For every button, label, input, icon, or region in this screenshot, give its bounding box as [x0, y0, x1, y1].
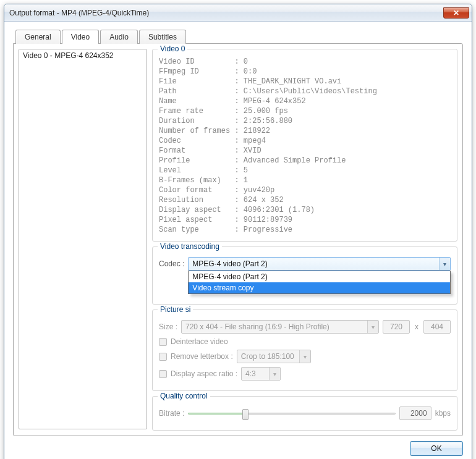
- height-field: 404: [423, 320, 451, 334]
- window-title: Output format - MP4 (MPEG-4/QuickTime): [9, 9, 443, 17]
- option-label: Video stream copy: [192, 284, 253, 292]
- codec-selected: MPEG-4 video (Part 2): [189, 259, 439, 268]
- crop-dropdown: Crop to 185:100: [237, 350, 311, 363]
- group-picture-size: Picture si Size : 720 x 404 - File shari…: [152, 310, 457, 391]
- size-preset-text: 720 x 404 - File sharing (16:9 - High Pr…: [182, 322, 367, 331]
- close-button[interactable]: ✕: [443, 7, 469, 19]
- right-column: Video 0 Video ID : 0 FFmpeg ID : 0:0 Fil…: [152, 49, 457, 429]
- tab-label: Video: [71, 33, 90, 41]
- group-title: Video transcoding: [158, 242, 222, 251]
- codec-dropdown[interactable]: MPEG-4 video (Part 2) MPEG-4 video (Part…: [188, 257, 451, 271]
- tab-label: Subtitles: [148, 33, 177, 41]
- tab-video[interactable]: Video: [62, 30, 99, 44]
- tab-strip: General Video Audio Subtitles: [13, 29, 463, 43]
- tab-subtitles[interactable]: Subtitles: [139, 30, 186, 44]
- chevron-down-icon: [439, 258, 450, 270]
- tab-panel-video: Video 0 - MPEG-4 624x352 Video 0 Video I…: [13, 43, 463, 436]
- bitrate-field: 2000: [399, 406, 431, 420]
- group-title: Video 0: [158, 44, 187, 53]
- codec-option[interactable]: Video stream copy: [189, 282, 450, 293]
- codec-label: Codec :: [159, 259, 184, 268]
- titlebar[interactable]: Output format - MP4 (MPEG-4/QuickTime) ✕: [4, 4, 472, 22]
- crop-text: Crop to 185:100: [237, 352, 299, 361]
- codec-dropdown-list: MPEG-4 video (Part 2) Video stream copy: [188, 271, 451, 294]
- size-label: Size :: [159, 322, 177, 331]
- tab-label: Audio: [109, 33, 129, 41]
- width-field: 720: [383, 320, 410, 334]
- letterbox-checkbox: [159, 353, 167, 361]
- client-area: General Video Audio Subtitles Video 0 - …: [4, 22, 472, 459]
- button-label: OK: [431, 444, 441, 453]
- video-stream-list[interactable]: Video 0 - MPEG-4 624x352: [19, 49, 147, 429]
- aspect-dropdown: 4:3: [241, 367, 281, 381]
- close-icon: ✕: [453, 9, 459, 17]
- video-properties: Video ID : 0 FFmpeg ID : 0:0 File : THE_…: [159, 57, 451, 235]
- group-title: Quality control: [158, 392, 210, 400]
- option-label: MPEG-4 video (Part 2): [192, 272, 267, 281]
- slider-thumb: [242, 409, 249, 420]
- size-separator: x: [414, 322, 420, 331]
- aspect-checkbox: [159, 370, 167, 378]
- ok-button[interactable]: OK: [410, 441, 463, 456]
- group-title: Picture si: [158, 305, 193, 314]
- aspect-text: 4:3: [242, 369, 269, 378]
- group-transcoding: Video transcoding Codec : MPEG-4 video (…: [152, 246, 457, 305]
- chevron-down-icon: [269, 368, 280, 380]
- chevron-down-icon: [299, 350, 310, 363]
- deinterlace-label: Deinterlace video: [171, 337, 228, 346]
- chevron-down-icon: [367, 321, 378, 333]
- list-item[interactable]: Video 0 - MPEG-4 624x352: [19, 49, 147, 62]
- tab-general[interactable]: General: [15, 30, 61, 44]
- tab-audio[interactable]: Audio: [100, 30, 138, 44]
- list-item-label: Video 0 - MPEG-4 624x352: [23, 51, 114, 60]
- letterbox-label: Remove letterbox :: [171, 352, 233, 361]
- tab-label: General: [25, 33, 51, 41]
- dialog-footer: OK: [13, 436, 463, 456]
- bitrate-label: Bitrate :: [159, 409, 184, 418]
- dialog-window: Output format - MP4 (MPEG-4/QuickTime) ✕…: [4, 4, 472, 459]
- deinterlace-checkbox: [159, 338, 167, 346]
- aspect-label: Display aspec ratio :: [171, 369, 237, 378]
- bitrate-slider: [188, 406, 395, 420]
- bitrate-unit: kbps: [435, 409, 451, 418]
- slider-selection: [188, 413, 245, 415]
- group-video-info: Video 0 Video ID : 0 FFmpeg ID : 0:0 Fil…: [152, 49, 457, 242]
- group-quality: Quality control Bitrate : 2000 kbps: [152, 396, 457, 431]
- size-preset-dropdown: 720 x 404 - File sharing (16:9 - High Pr…: [181, 320, 379, 334]
- codec-option[interactable]: MPEG-4 video (Part 2): [189, 271, 450, 282]
